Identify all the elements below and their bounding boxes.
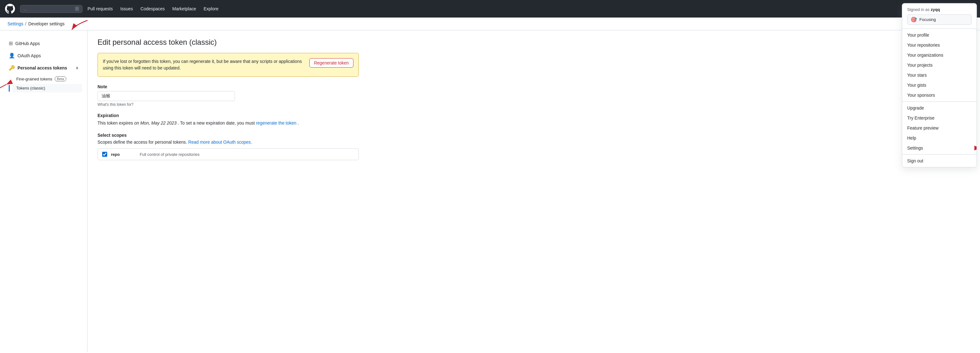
dropdown-feature-preview[interactable]: Feature preview <box>902 123 977 133</box>
regenerate-token-link[interactable]: regenerate the token <box>256 120 296 126</box>
note-hint: What's this token for? <box>97 102 359 107</box>
breadcrumb-settings-link[interactable]: Settings <box>8 21 24 26</box>
dropdown-your-repositories[interactable]: Your repositories <box>902 40 977 50</box>
note-label: Note <box>97 84 359 89</box>
status-emoji: 🎯 <box>911 17 917 22</box>
scopes-label: Select scopes <box>97 133 359 138</box>
fine-grained-label: Fine-grained tokens <box>16 77 52 81</box>
breadcrumb-arrow-indicator <box>69 19 94 31</box>
breadcrumb-separator: / <box>25 21 27 26</box>
nav-links: Pull requests Issues Codespaces Marketpl… <box>88 6 218 11</box>
dropdown-help[interactable]: Help <box>902 133 977 143</box>
dropdown-header: Signed in as zyqq 🎯 Focusing <box>902 3 977 29</box>
scope-repo-desc: Full control of private repositories <box>140 152 199 157</box>
expiration-section: Expiration This token expires on Mon, Ma… <box>97 113 359 126</box>
expiration-before: This token expires <box>97 120 133 126</box>
sidebar-item-personal-access-tokens[interactable]: 🔑 Personal access tokens ∧ <box>5 62 82 73</box>
search-placeholder: ... <box>24 6 27 11</box>
page-layout: ⊞ GitHub Apps 👤 OAuth Apps 🔑 Personal ac… <box>0 30 980 352</box>
scope-box: repo Full control of private repositorie… <box>97 149 359 160</box>
dropdown-section-signout: Sign out <box>902 155 977 167</box>
status-label: Focusing <box>920 17 936 22</box>
page-title: Edit personal access token (classic) <box>97 38 359 46</box>
dropdown-settings[interactable]: Settings <box>902 143 977 153</box>
expiration-middle: . To set a new expiration date, you must <box>178 120 255 126</box>
scope-repo-name: repo <box>111 152 136 157</box>
scope-repo-checkbox[interactable] <box>102 152 107 157</box>
breadcrumb: Settings / Developer settings <box>0 18 980 30</box>
dropdown-your-sponsors[interactable]: Your sponsors <box>902 90 977 100</box>
signed-in-text: Signed in as zyqq <box>907 7 972 12</box>
dropdown-your-organizations[interactable]: Your organizations <box>902 50 977 60</box>
search-box[interactable]: ... / <box>20 5 83 13</box>
sidebar-arrow-indicator <box>0 80 13 96</box>
warning-text: If you've lost or forgotten this token, … <box>103 58 304 71</box>
beta-badge: Beta <box>55 77 66 81</box>
slash-badge: / <box>75 6 79 11</box>
nav-codespaces[interactable]: Codespaces <box>140 6 165 11</box>
sidebar-github-apps-label: GitHub Apps <box>15 41 40 46</box>
personal-tokens-icon: 🔑 <box>9 65 15 71</box>
tokens-classic-label: Tokens (classic) <box>16 86 45 91</box>
dropdown-your-profile[interactable]: Your profile <box>902 30 977 40</box>
scopes-desc-before: Scopes define the access for personal to… <box>97 140 187 145</box>
nav-explore[interactable]: Explore <box>204 6 218 11</box>
scopes-description: Scopes define the access for personal to… <box>97 140 359 145</box>
nav-marketplace[interactable]: Marketplace <box>172 6 196 11</box>
warning-box: If you've lost or forgotten this token, … <box>97 53 359 77</box>
sidebar-fine-grained-tokens[interactable]: Fine-grained tokens Beta <box>13 75 82 83</box>
sidebar-pat-label: Personal access tokens <box>18 65 67 70</box>
dropdown-your-gists[interactable]: Your gists <box>902 80 977 90</box>
top-nav: ... / Pull requests Issues Codespaces Ma… <box>0 0 980 18</box>
dropdown-your-projects[interactable]: Your projects <box>902 60 977 70</box>
dropdown-sign-out[interactable]: Sign out <box>902 156 977 166</box>
dropdown-try-enterprise[interactable]: Try Enterprise <box>902 113 977 123</box>
oauth-apps-icon: 👤 <box>9 53 15 59</box>
signed-in-prefix: Signed in as <box>907 7 930 12</box>
note-section: Note What's this token for? <box>97 84 359 107</box>
nav-pull-requests[interactable]: Pull requests <box>88 6 113 11</box>
sidebar-item-github-apps[interactable]: ⊞ GitHub Apps <box>5 38 82 49</box>
dropdown-upgrade[interactable]: Upgrade <box>902 103 977 113</box>
scope-row-repo: repo Full control of private repositorie… <box>98 149 358 160</box>
sidebar-tokens-classic[interactable]: Tokens (classic) <box>13 84 82 92</box>
settings-row-wrapper: Settings <box>902 143 977 153</box>
expiration-after: . <box>298 120 299 126</box>
breadcrumb-current: Developer settings <box>28 21 64 26</box>
sidebar-item-oauth-apps[interactable]: 👤 OAuth Apps <box>5 50 82 61</box>
github-apps-icon: ⊞ <box>9 40 13 46</box>
sidebar-pat-left: 🔑 Personal access tokens <box>9 65 67 71</box>
note-input[interactable] <box>97 91 235 101</box>
expiration-label: Expiration <box>97 113 359 118</box>
dropdown-section-1: Your profile Your repositories Your orga… <box>902 29 977 102</box>
oauth-scopes-link[interactable]: Read more about OAuth scopes. <box>188 140 252 145</box>
sidebar-oauth-apps-label: OAuth Apps <box>18 53 41 58</box>
scopes-section: Select scopes Scopes define the access f… <box>97 133 359 160</box>
nav-issues[interactable]: Issues <box>120 6 133 11</box>
chevron-up-icon: ∧ <box>76 66 78 70</box>
nav-logo <box>5 4 15 14</box>
regenerate-token-button[interactable]: Regenerate token <box>309 58 353 68</box>
status-button[interactable]: 🎯 Focusing <box>907 14 972 25</box>
expiration-text: This token expires on Mon, May 22 2023 .… <box>97 120 359 126</box>
dropdown-section-2: Upgrade Try Enterprise Feature preview H… <box>902 102 977 155</box>
user-dropdown-menu: Signed in as zyqq 🎯 Focusing Your profil… <box>902 3 977 168</box>
signed-in-username: zyqq <box>931 7 940 12</box>
main-content: Edit personal access token (classic) If … <box>88 30 369 352</box>
expiration-date: on Mon, May 22 2023 <box>134 120 177 126</box>
sidebar-sub-menu: Fine-grained tokens Beta Tokens (classic… <box>5 75 82 92</box>
sidebar: ⊞ GitHub Apps 👤 OAuth Apps 🔑 Personal ac… <box>0 30 88 352</box>
dropdown-your-stars[interactable]: Your stars <box>902 70 977 80</box>
